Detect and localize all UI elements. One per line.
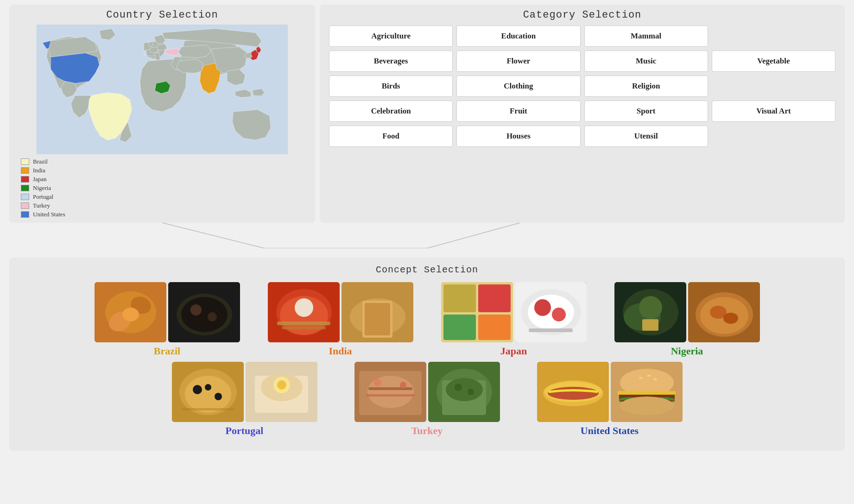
category-birds[interactable]: Birds bbox=[329, 76, 453, 97]
legend-color-brazil bbox=[21, 158, 29, 165]
svg-rect-39 bbox=[642, 319, 658, 331]
svg-point-50 bbox=[205, 384, 211, 391]
japan-food-2[interactable] bbox=[515, 282, 587, 342]
svg-point-48 bbox=[193, 385, 202, 394]
legend-label-nigeria: Nigeria bbox=[33, 184, 51, 192]
nigeria-food-1[interactable] bbox=[614, 282, 686, 342]
svg-rect-26 bbox=[478, 284, 511, 312]
legend-item-turkey: Turkey bbox=[21, 202, 308, 209]
svg-rect-18 bbox=[277, 321, 330, 325]
portugal-food-1[interactable] bbox=[172, 362, 244, 422]
category-fruit[interactable]: Fruit bbox=[456, 101, 580, 122]
category-flower[interactable]: Flower bbox=[456, 50, 580, 72]
category-empty-1 bbox=[712, 25, 835, 47]
category-agriculture[interactable]: Agriculture bbox=[329, 25, 453, 47]
category-vegetable[interactable]: Vegetable bbox=[712, 50, 835, 72]
legend-label-brazil: Brazil bbox=[33, 158, 48, 165]
legend-label-portugal: Portugal bbox=[33, 193, 53, 201]
category-empty-2 bbox=[712, 76, 835, 97]
svg-point-33 bbox=[552, 308, 566, 321]
legend-color-japan bbox=[21, 176, 29, 183]
category-beverages[interactable]: Beverages bbox=[329, 50, 453, 72]
svg-point-69 bbox=[468, 389, 474, 395]
concept-row-2: Portugal bbox=[19, 362, 835, 437]
svg-rect-27 bbox=[443, 315, 476, 340]
legend-item-japan: Japan bbox=[21, 176, 308, 183]
svg-point-49 bbox=[215, 393, 222, 400]
turkey-images bbox=[354, 362, 500, 422]
svg-point-13 bbox=[208, 312, 217, 321]
category-panel-title: Category Selection bbox=[329, 9, 835, 21]
country-panel: Country Selection bbox=[9, 5, 315, 223]
category-utensil[interactable]: Utensil bbox=[584, 126, 708, 147]
turkey-food-2[interactable] bbox=[428, 362, 500, 422]
concept-japan: Japan bbox=[441, 282, 587, 357]
legend-item-us: United States bbox=[21, 211, 308, 218]
category-music[interactable]: Music bbox=[584, 50, 708, 72]
brazil-food-2[interactable] bbox=[168, 282, 240, 342]
us-food-2[interactable] bbox=[611, 362, 683, 422]
concept-us: United States bbox=[537, 362, 683, 437]
legend-color-nigeria bbox=[21, 185, 29, 191]
turkey-food-1[interactable] bbox=[354, 362, 426, 422]
concept-brazil: Brazil bbox=[95, 282, 240, 357]
category-grid: Agriculture Education Mammal Beverages F… bbox=[329, 25, 835, 147]
svg-rect-61 bbox=[366, 394, 415, 397]
category-education[interactable]: Education bbox=[456, 25, 580, 47]
concept-panel-title: Concept Selection bbox=[19, 265, 835, 275]
brazil-label: Brazil bbox=[154, 345, 180, 357]
legend-label-turkey: Turkey bbox=[33, 202, 50, 209]
concept-india: India bbox=[268, 282, 413, 357]
concept-portugal: Portugal bbox=[172, 362, 317, 437]
legend-item-india: India bbox=[21, 167, 308, 174]
svg-rect-51 bbox=[181, 408, 234, 410]
category-religion[interactable]: Religion bbox=[584, 76, 708, 97]
svg-point-38 bbox=[639, 296, 662, 319]
svg-rect-28 bbox=[478, 315, 511, 340]
svg-rect-25 bbox=[443, 284, 476, 312]
svg-point-31 bbox=[528, 295, 574, 330]
portugal-food-2[interactable] bbox=[246, 362, 317, 422]
legend-color-us bbox=[21, 211, 29, 218]
svg-point-76 bbox=[639, 377, 643, 379]
japan-food-1[interactable] bbox=[441, 282, 513, 342]
india-food-1[interactable] bbox=[268, 282, 340, 342]
svg-point-12 bbox=[190, 304, 202, 315]
india-label: India bbox=[329, 345, 352, 357]
svg-line-1 bbox=[163, 223, 265, 248]
connector-area bbox=[9, 223, 845, 248]
svg-point-68 bbox=[455, 384, 462, 391]
india-images bbox=[268, 282, 413, 342]
category-celebration[interactable]: Celebration bbox=[329, 101, 453, 122]
us-images bbox=[537, 362, 683, 422]
svg-point-11 bbox=[181, 297, 228, 332]
svg-point-81 bbox=[620, 397, 674, 415]
nigeria-food-2[interactable] bbox=[688, 282, 760, 342]
category-sport[interactable]: Sport bbox=[584, 101, 708, 122]
category-houses[interactable]: Houses bbox=[456, 126, 580, 147]
legend-item-nigeria: Nigeria bbox=[21, 184, 308, 192]
brazil-food-1[interactable] bbox=[95, 282, 166, 342]
svg-rect-34 bbox=[529, 328, 573, 332]
svg-point-17 bbox=[295, 298, 313, 317]
country-panel-title: Country Selection bbox=[16, 9, 308, 21]
category-visual-art[interactable]: Visual Art bbox=[712, 101, 835, 122]
category-mammal[interactable]: Mammal bbox=[584, 25, 708, 47]
svg-point-67 bbox=[446, 378, 483, 401]
portugal-label: Portugal bbox=[226, 425, 264, 437]
category-food[interactable]: Food bbox=[329, 126, 453, 147]
legend-color-portugal bbox=[21, 194, 29, 200]
nigeria-label: Nigeria bbox=[671, 345, 703, 357]
category-clothing[interactable]: Clothing bbox=[456, 76, 580, 97]
category-empty-3 bbox=[712, 126, 835, 147]
legend-label-india: India bbox=[33, 167, 45, 174]
us-food-1[interactable] bbox=[537, 362, 609, 422]
legend-color-turkey bbox=[21, 202, 29, 209]
india-food-2[interactable] bbox=[342, 282, 413, 342]
brazil-images bbox=[95, 282, 240, 342]
portugal-images bbox=[172, 362, 317, 422]
legend-item-portugal: Portugal bbox=[21, 193, 308, 201]
concept-panel: Concept Selection bbox=[9, 258, 845, 451]
turkey-label: Turkey bbox=[411, 425, 443, 437]
legend-color-india bbox=[21, 167, 29, 174]
